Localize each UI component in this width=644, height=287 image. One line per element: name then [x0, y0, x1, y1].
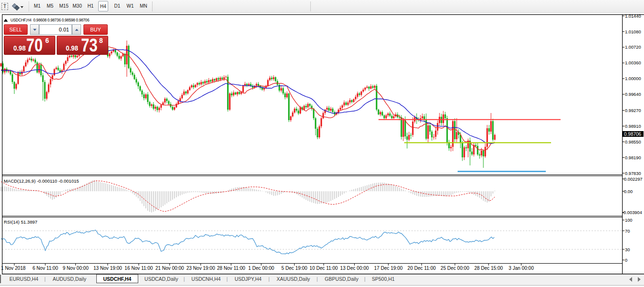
svg-text:23 Nov 19:00: 23 Nov 19:00 [186, 266, 215, 271]
svg-text:21 Nov 00:00: 21 Nov 00:00 [155, 266, 184, 271]
svg-text:-0.003904: -0.003904 [622, 210, 642, 215]
svg-text:0.00: 0.00 [624, 189, 633, 194]
svg-text:70: 70 [625, 229, 630, 234]
svg-text:1.00000: 1.00000 [625, 76, 641, 81]
svg-text:5 Dec 19:00: 5 Dec 19:00 [281, 266, 307, 271]
svg-text:0.97830: 0.97830 [625, 171, 641, 176]
svg-text:0.002297: 0.002297 [624, 177, 643, 182]
svg-text:25 Dec 00:00: 25 Dec 00:00 [440, 266, 469, 271]
svg-text:1.00360: 1.00360 [625, 61, 641, 65]
svg-text:28 Nov 11:00: 28 Nov 11:00 [217, 266, 245, 271]
svg-text:USDCHF,H4 0.98608 0.98736 0.9: USDCHF,H4 0.98608 0.98736 0.98598 0.9870… [10, 18, 90, 22]
svg-text:1.01080: 1.01080 [625, 30, 641, 34]
svg-text:1.00720: 1.00720 [625, 45, 641, 50]
svg-text:13 Nov 19:00: 13 Nov 19:00 [93, 266, 122, 271]
svg-text:0.98706: 0.98706 [624, 132, 642, 137]
svg-text:30: 30 [625, 247, 630, 252]
svg-text:100: 100 [625, 218, 633, 223]
svg-text:3 Jan 00:00: 3 Jan 00:00 [509, 266, 534, 271]
svg-text:1 Dec 00:00: 1 Dec 00:00 [248, 266, 275, 271]
svg-text:1.01440: 1.01440 [625, 14, 641, 19]
svg-text:13 Dec 00:00: 13 Dec 00:00 [340, 266, 369, 271]
svg-text:0.98910: 0.98910 [625, 124, 641, 129]
svg-text:0.98550: 0.98550 [625, 140, 641, 144]
svg-text:0.98190: 0.98190 [625, 155, 641, 160]
svg-text:20 Dec 11:00: 20 Dec 11:00 [408, 266, 436, 271]
svg-text:MACD(12,26,9) -0.000110 -0.001: MACD(12,26,9) -0.000110 -0.001015 [4, 178, 79, 184]
svg-text:6 Nov 11:00: 6 Nov 11:00 [32, 266, 58, 271]
svg-text:10 Dec 11:00: 10 Dec 11:00 [309, 266, 338, 271]
svg-text:0.99640: 0.99640 [625, 92, 641, 97]
svg-text:17 Dec 19:00: 17 Dec 19:00 [374, 266, 403, 271]
svg-text:RSI(14) 51.3897: RSI(14) 51.3897 [4, 219, 37, 225]
svg-text:0: 0 [625, 258, 627, 263]
svg-text:28 Dec 15:00: 28 Dec 15:00 [474, 266, 503, 271]
svg-text:9 Nov 00:00: 9 Nov 00:00 [62, 266, 89, 271]
svg-text:1 Nov 2018: 1 Nov 2018 [1, 266, 26, 271]
svg-text:16 Nov 11:00: 16 Nov 11:00 [124, 266, 153, 271]
svg-text:0.99270: 0.99270 [625, 108, 641, 113]
